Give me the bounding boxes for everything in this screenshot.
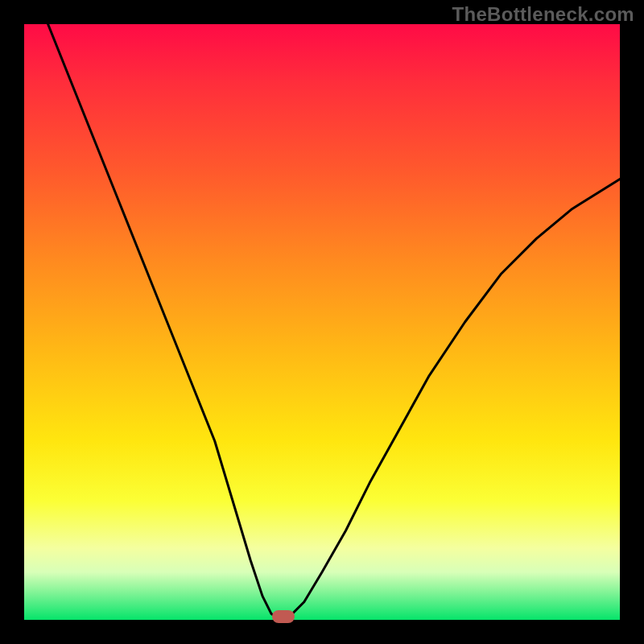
plot-area	[24, 24, 620, 620]
bottleneck-curve	[24, 24, 620, 620]
min-marker	[272, 610, 295, 623]
chart-frame: TheBottleneck.com	[0, 0, 644, 644]
watermark-text: TheBottleneck.com	[452, 3, 634, 26]
